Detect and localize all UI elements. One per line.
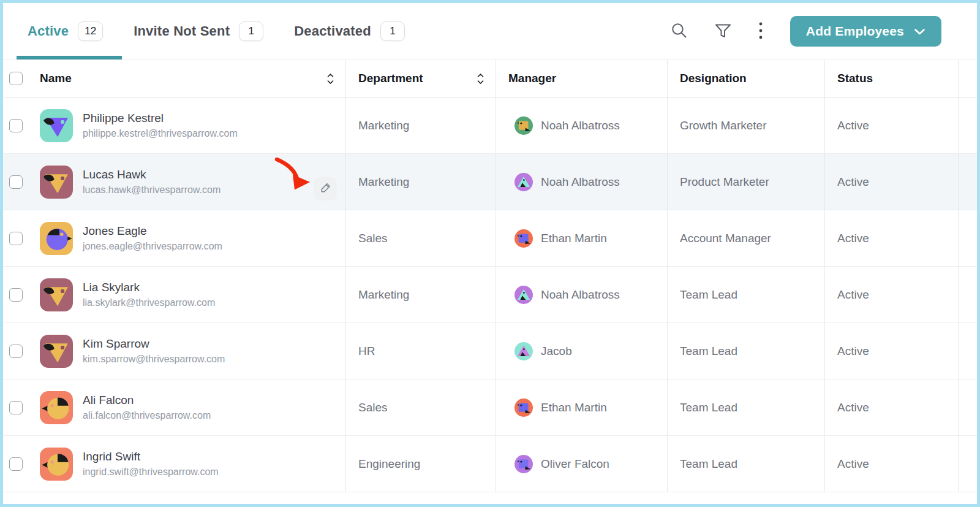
row-checkbox[interactable] xyxy=(9,345,23,358)
table-filler xyxy=(959,154,977,210)
filter-icon xyxy=(714,21,733,41)
manager-avatar xyxy=(514,229,533,248)
pencil-icon xyxy=(319,181,332,196)
manager-name: Jacob xyxy=(541,345,572,358)
name-cell: Philippe Kestrelphilippe.kestrel@thrives… xyxy=(3,97,346,153)
department-cell: Marketing xyxy=(346,154,496,210)
name-cell: Lia Skylarklia.skylark@thrivesparrow.com xyxy=(3,267,346,322)
edit-button[interactable] xyxy=(314,177,337,200)
table-row[interactable]: Ali Falconali.falcon@thrivesparrow.comSa… xyxy=(3,379,977,436)
department-text: Engineering xyxy=(358,457,420,471)
more-options-button[interactable] xyxy=(758,21,763,42)
status-cell: Active xyxy=(825,436,959,492)
add-employees-button[interactable]: Add Employees xyxy=(790,16,941,47)
callout-arrow xyxy=(271,157,314,193)
column-header-designation: Designation xyxy=(668,60,825,97)
select-all-checkbox[interactable] xyxy=(9,72,23,85)
table-filler xyxy=(959,60,977,97)
filter-button[interactable] xyxy=(714,21,733,41)
manager-avatar xyxy=(514,116,533,135)
designation-text: Growth Marketer xyxy=(680,119,766,132)
manager-cell: Jacob xyxy=(496,323,668,379)
tab-invite-not-sent[interactable]: Invite Not Sent1 xyxy=(134,21,263,41)
designation-text: Account Manager xyxy=(680,232,771,245)
tab-active[interactable]: Active12 xyxy=(28,21,103,41)
designation-text: Product Marketer xyxy=(680,175,769,189)
designation-text: Team Lead xyxy=(680,457,737,471)
table-filler xyxy=(959,379,977,435)
department-cell: HR xyxy=(346,323,496,379)
column-header-name[interactable]: Name xyxy=(3,60,346,97)
row-checkbox[interactable] xyxy=(9,119,23,132)
chevron-down-icon xyxy=(914,24,925,39)
sort-icon[interactable] xyxy=(326,73,334,85)
designation-cell: Team Lead xyxy=(668,267,825,322)
designation-cell: Account Manager xyxy=(668,210,825,266)
row-checkbox[interactable] xyxy=(9,401,23,414)
status-text: Active xyxy=(837,401,869,414)
name-cell: Kim Sparrowkim.sparrow@thrivesparrow.com xyxy=(3,323,346,379)
employee-name: Kim Sparrow xyxy=(83,337,225,351)
manager-name: Oliver Falcon xyxy=(541,457,609,471)
employee-name: Lucas Hawk xyxy=(83,168,221,181)
column-header-department[interactable]: Department xyxy=(346,60,496,97)
toolbar-controls: Add Employees xyxy=(670,16,941,47)
manager-avatar xyxy=(514,455,533,473)
employee-email: ali.falcon@thrivesparrow.com xyxy=(83,410,211,421)
manager-cell: Noah Albatross xyxy=(496,267,668,322)
department-text: HR xyxy=(358,345,375,358)
active-tab-indicator xyxy=(17,56,122,59)
designation-text: Team Lead xyxy=(680,401,737,414)
status-cell: Active xyxy=(825,210,959,266)
employee-email: lia.skylark@thrivesparrow.com xyxy=(83,297,215,308)
manager-name: Ethan Martin xyxy=(541,232,607,245)
manager-avatar xyxy=(514,173,533,191)
employee-identity: Ali Falconali.falcon@thrivesparrow.com xyxy=(83,394,211,421)
status-cell: Active xyxy=(825,154,959,210)
table-row[interactable]: Lucas Hawklucas.hawk@thrivesparrow.comMa… xyxy=(3,154,977,210)
table-row[interactable]: Kim Sparrowkim.sparrow@thrivesparrow.com… xyxy=(3,323,977,379)
row-checkbox[interactable] xyxy=(9,232,23,245)
tab-count-badge-deactivated: 1 xyxy=(380,21,405,41)
employee-name: Jones Eagle xyxy=(83,224,222,238)
employee-name: Ali Falcon xyxy=(83,394,211,407)
department-text: Sales xyxy=(358,401,388,414)
employee-avatar xyxy=(40,278,73,311)
name-cell: Ali Falconali.falcon@thrivesparrow.com xyxy=(3,379,346,435)
manager-name: Noah Albatross xyxy=(541,288,620,302)
department-cell: Sales xyxy=(346,379,496,435)
table-filler xyxy=(959,210,977,266)
manager-cell: Ethan Martin xyxy=(496,379,668,435)
row-checkbox[interactable] xyxy=(9,457,23,471)
table-row[interactable]: Lia Skylarklia.skylark@thrivesparrow.com… xyxy=(3,267,977,323)
row-checkbox[interactable] xyxy=(9,175,23,189)
manager-cell: Ethan Martin xyxy=(496,210,668,266)
table-row[interactable]: Philippe Kestrelphilippe.kestrel@thrives… xyxy=(3,97,977,154)
table-body: Philippe Kestrelphilippe.kestrel@thrives… xyxy=(3,97,977,492)
sort-icon[interactable] xyxy=(477,73,484,85)
search-button[interactable] xyxy=(670,21,688,41)
table-filler xyxy=(959,436,977,492)
department-cell: Marketing xyxy=(346,97,496,153)
row-checkbox[interactable] xyxy=(9,288,23,302)
employee-email: ingrid.swift@thrivesparrow.com xyxy=(83,467,219,478)
employee-avatar xyxy=(40,448,73,481)
employee-email: jones.eagle@thrivesparrow.com xyxy=(83,241,222,252)
manager-name: Ethan Martin xyxy=(541,401,607,414)
employee-identity: Kim Sparrowkim.sparrow@thrivesparrow.com xyxy=(83,337,225,365)
column-label: Manager xyxy=(508,72,556,85)
more-options-icon xyxy=(758,21,763,42)
manager-cell: Noah Albatross xyxy=(496,154,668,210)
tab-count-badge-active: 12 xyxy=(78,21,103,41)
table-filler xyxy=(959,267,977,322)
tab-deactivated[interactable]: Deactivated1 xyxy=(294,21,405,41)
department-text: Marketing xyxy=(358,175,409,189)
manager-cell: Noah Albatross xyxy=(496,97,668,153)
designation-text: Team Lead xyxy=(680,288,737,302)
employee-name: Ingrid Swift xyxy=(83,450,219,463)
employee-name: Lia Skylark xyxy=(83,281,215,294)
table-row[interactable]: Jones Eaglejones.eagle@thrivesparrow.com… xyxy=(3,210,977,267)
table-row[interactable]: Ingrid Swiftingrid.swift@thrivesparrow.c… xyxy=(3,436,977,492)
department-text: Marketing xyxy=(358,288,409,302)
employee-name: Philippe Kestrel xyxy=(83,112,238,125)
